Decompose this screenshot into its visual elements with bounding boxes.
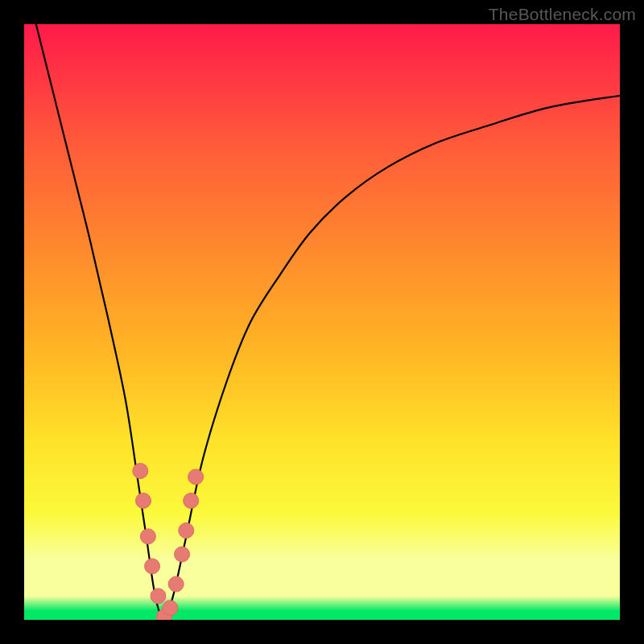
data-point-marker bbox=[145, 559, 160, 574]
data-point-marker bbox=[179, 523, 194, 539]
data-point-marker bbox=[136, 493, 151, 509]
chart-frame: TheBottleneck.com bbox=[0, 0, 644, 644]
data-point-marker bbox=[140, 529, 155, 544]
chart-svg bbox=[24, 24, 620, 620]
data-point-marker bbox=[151, 588, 166, 604]
data-point-marker bbox=[168, 576, 184, 592]
data-point-marker bbox=[163, 601, 178, 616]
data-point-marker bbox=[175, 547, 190, 562]
plot-area bbox=[24, 24, 620, 620]
watermark-text: TheBottleneck.com bbox=[489, 5, 636, 24]
data-point-marker bbox=[184, 493, 199, 509]
data-point-marker bbox=[133, 464, 148, 479]
gradient-background bbox=[24, 24, 620, 620]
data-point-marker bbox=[188, 469, 204, 485]
